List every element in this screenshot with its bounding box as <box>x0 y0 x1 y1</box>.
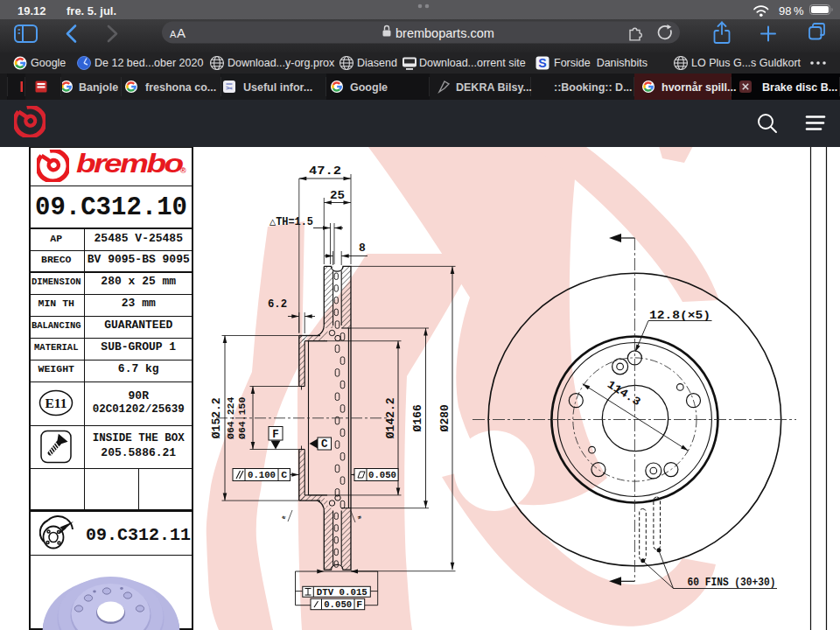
svg-text:25: 25 <box>330 189 345 202</box>
svg-text:0.050: 0.050 <box>324 598 352 610</box>
svg-text:S: S <box>538 56 546 70</box>
svg-text:R: R <box>281 514 288 520</box>
svg-text:bremboparts.com: bremboparts.com <box>396 26 494 40</box>
svg-text:F: F <box>272 429 279 441</box>
svg-text:12.8(×5): 12.8(×5) <box>649 309 710 322</box>
svg-text:Ø280: Ø280 <box>438 404 452 431</box>
svg-text:114.3: 114.3 <box>605 378 643 409</box>
svg-text:0.050: 0.050 <box>368 469 396 480</box>
svg-text:A: A <box>177 25 186 40</box>
svg-text:C: C <box>281 469 287 480</box>
svg-text:Ø64.150: Ø64.150 <box>236 397 248 439</box>
svg-text:△TH=1.5: △TH=1.5 <box>270 216 313 228</box>
svg-text:Ø142.2: Ø142.2 <box>385 397 398 438</box>
svg-text:::Booking:: D...: ::Booking:: D... <box>554 81 633 94</box>
svg-text:Brake disc B...: Brake disc B... <box>762 81 837 94</box>
svg-text:Ø64.224: Ø64.224 <box>226 397 237 439</box>
svg-text:C: C <box>321 438 328 451</box>
svg-text:A: A <box>170 29 177 39</box>
svg-text:60 FINS (30+30): 60 FINS (30+30) <box>688 577 776 589</box>
svg-text:Ø152.2: Ø152.2 <box>211 397 224 438</box>
svg-text:47.2: 47.2 <box>309 164 341 178</box>
svg-text:Banjole E: Banjole E <box>79 81 129 94</box>
svg-text:Useful infor...: Useful infor... <box>243 81 312 94</box>
svg-text:Ø166: Ø166 <box>412 404 425 431</box>
svg-text:6.2: 6.2 <box>268 298 287 311</box>
svg-text:hvornår spill...: hvornår spill... <box>662 81 736 94</box>
svg-text:F: F <box>356 598 362 610</box>
svg-text:DTV 0.015: DTV 0.015 <box>317 586 368 598</box>
svg-text:DEKRA Bilsy...: DEKRA Bilsy... <box>456 81 532 94</box>
svg-text:8: 8 <box>359 242 366 255</box>
svg-text:0.100: 0.100 <box>248 469 276 480</box>
svg-text:R: R <box>356 515 363 521</box>
svg-text:freshona co...: freshona co... <box>145 81 216 94</box>
svg-text:Google: Google <box>350 81 388 94</box>
